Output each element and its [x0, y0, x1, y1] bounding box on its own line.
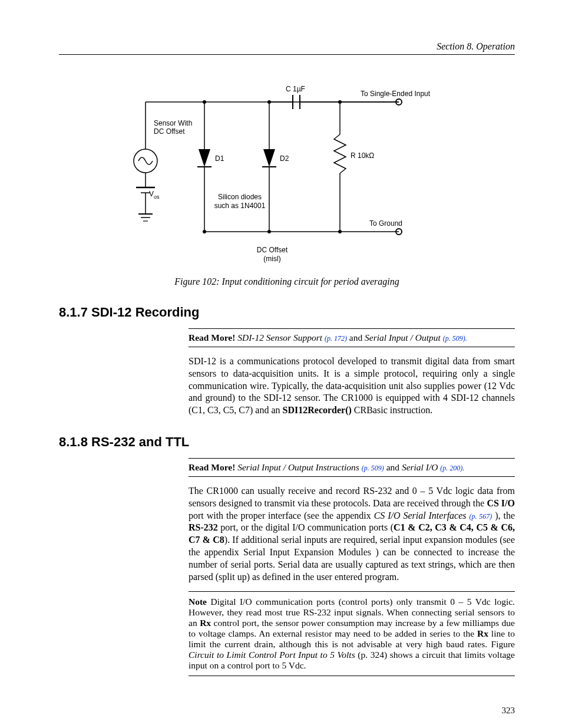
p818-f: ), the	[492, 510, 515, 521]
body-818: Read More! Serial Input / Output Instruc…	[189, 458, 515, 676]
figure-102: C 1µF To Single-Ended Input Sensor With …	[59, 78, 515, 287]
d2-label: D2	[280, 154, 289, 163]
readmore-label: Read More!	[189, 332, 235, 342]
note-818: Note Digital I/O communication ports (co…	[189, 591, 515, 676]
svg-point-30	[203, 230, 206, 233]
rm-ital1: SDI-12 Sensor Support	[237, 332, 322, 342]
body-817: Read More! SDI-12 Sensor Support (p. 172…	[189, 328, 515, 417]
p818-c: port with the proper interface (see the …	[189, 510, 374, 521]
sensor-label-1: Sensor With	[154, 119, 192, 127]
p818-d: CS I/O Serial Interfaces	[374, 510, 467, 521]
p818-g: RS-232	[189, 522, 218, 532]
diode-note-2: such as 1N4001	[214, 202, 266, 210]
p818-j: ). If additional serial inputs are requi…	[189, 535, 515, 581]
to-se-label: To Single-Ended Input	[361, 90, 431, 98]
svg-point-31	[267, 230, 271, 233]
running-header: Section 8. Operation	[59, 41, 515, 55]
cap-label: C 1µF	[286, 85, 305, 93]
rm818-ital2: Serial I/O	[402, 462, 438, 472]
readmore-817: Read More! SDI-12 Sensor Support (p. 172…	[189, 328, 515, 347]
p818-e[interactable]: (p. 567)	[469, 512, 492, 521]
readmore-818: Read More! Serial Input / Output Instruc…	[189, 458, 515, 477]
note-b: Rx	[200, 618, 211, 628]
running-title: Section 8. Operation	[437, 41, 515, 51]
vos-label: V	[149, 190, 154, 198]
rm818-ital1: Serial Input / Output Instructions	[237, 462, 359, 472]
dcoff-1: DC Offset	[257, 246, 288, 254]
rm-link2[interactable]: (p. 509).	[443, 334, 467, 342]
p818-h: port, or the digital I/O communication p…	[218, 522, 394, 532]
rm-link1[interactable]: (p. 172)	[325, 334, 347, 342]
p818-b: CS I/O	[487, 498, 515, 508]
heading-818: 8.1.8 RS-232 and TTL	[59, 434, 515, 450]
heading-817: 8.1.7 SDI-12 Recording	[59, 305, 515, 320]
svg-marker-19	[199, 149, 210, 167]
vos-sub: os	[154, 194, 160, 200]
circuit-diagram: C 1µF To Single-Ended Input Sensor With …	[128, 78, 446, 267]
rm-ital2: Serial Input / Output	[365, 332, 441, 342]
svg-text:Vos: Vos	[149, 190, 160, 200]
svg-marker-23	[263, 149, 275, 167]
rm818-link2[interactable]: (p. 200).	[440, 464, 464, 472]
note-d: Rx	[477, 628, 488, 638]
d1-label: D1	[215, 154, 224, 163]
dcoff-2: (misl)	[263, 255, 280, 263]
note-c: control port, the sensor power consumpti…	[189, 618, 515, 638]
p817-c: CRBasic instruction.	[352, 405, 432, 415]
rm818-link1[interactable]: (p. 509)	[362, 464, 384, 472]
diode-note-1: Silicon diodes	[218, 193, 262, 201]
figure-caption: Figure 102: Input conditioning circuit f…	[59, 276, 515, 287]
rm-mid: and	[349, 332, 365, 342]
svg-point-32	[338, 230, 342, 233]
p817-b: SDI12Recorder()	[283, 405, 352, 415]
r-label: R 10kΩ	[351, 151, 374, 160]
note-label: Note	[189, 597, 207, 607]
sensor-label-2: DC Offset	[154, 127, 185, 136]
para-817-1: SDI-12 is a communications protocol deve…	[189, 355, 515, 417]
para-818-1: The CR1000 can usually receive and recor…	[189, 485, 515, 583]
to-gnd-label: To Ground	[369, 219, 402, 228]
note-f: Circuit to Limit Control Port Input to 5…	[189, 650, 355, 660]
readmore-label-818: Read More!	[189, 462, 235, 472]
rm818-mid: and	[386, 462, 402, 472]
p818-a: The CR1000 can usually receive and recor…	[189, 486, 515, 508]
page-number: 323	[59, 706, 515, 716]
